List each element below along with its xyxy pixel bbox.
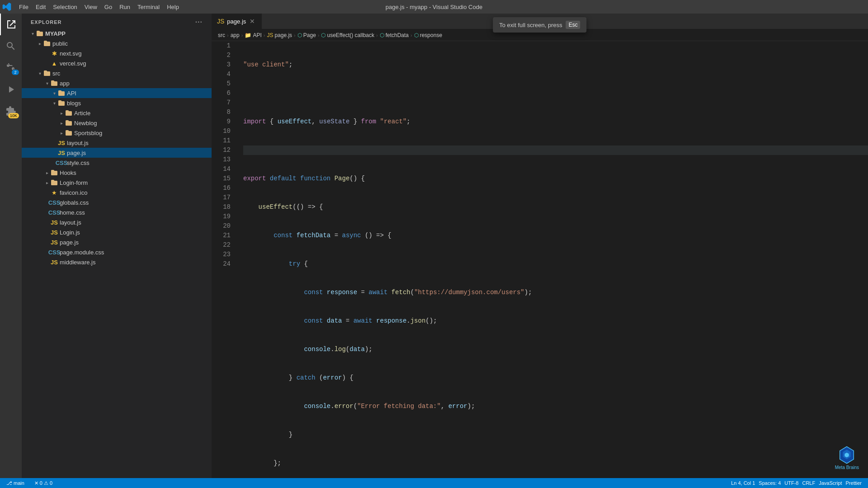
breadcrumb-pagejs[interactable]: JS page.js — [267, 32, 292, 38]
myapp-label: MYAPP — [45, 30, 66, 37]
tree-src[interactable]: ▾ src — [22, 68, 212, 78]
breadcrumb-useeffect[interactable]: ⬡ useEffect() callback — [321, 32, 374, 38]
tab-icon: JS — [217, 18, 224, 25]
vscode-logo — [0, 0, 14, 14]
code-line-2 — [243, 89, 868, 98]
tree-layout-js[interactable]: JS layout.js — [22, 138, 212, 148]
breadcrumb-response[interactable]: ⬡ response — [414, 32, 442, 38]
tab-label: page.js — [227, 18, 246, 25]
code-line-14: } — [243, 430, 868, 440]
tabs-container: JS page.js ✕ To exit full screen, press … — [212, 14, 868, 29]
app-label: app — [60, 80, 70, 87]
tree-sportsblog[interactable]: ▸ Sportsblog — [22, 128, 212, 138]
tree-middleware-js[interactable]: JS middleware.js — [22, 257, 212, 267]
position-label: Ln 4, Col 1 — [731, 480, 755, 486]
globals-css-label: globals.css — [60, 199, 89, 206]
api-label: API — [67, 90, 76, 97]
src-label: src — [52, 70, 60, 77]
blogs-label: blogs — [67, 100, 81, 107]
menu-terminal[interactable]: Terminal — [134, 0, 163, 14]
breadcrumb-page-fn[interactable]: ⬡ Page — [297, 32, 316, 38]
language-label: JavaScript — [819, 480, 842, 486]
tree-app[interactable]: ▾ app — [22, 78, 212, 88]
vercel-svg-label: vercel.svg — [60, 60, 86, 67]
branch-icon: ⎇ — [6, 480, 12, 486]
tree-login-form[interactable]: ▸ Login-form — [22, 178, 212, 188]
menu-file[interactable]: File — [15, 0, 32, 14]
menu-bar: File Edit Selection View Go Run Terminal… — [15, 0, 183, 14]
warning-count: 0 — [50, 480, 52, 486]
code-line-6: useEffect(() => { — [243, 202, 868, 212]
breadcrumb-src[interactable]: src — [218, 32, 225, 38]
menu-go[interactable]: Go — [101, 0, 116, 14]
tree-hooks[interactable]: ▸ Hooks — [22, 168, 212, 178]
menu-view[interactable]: View — [81, 0, 101, 14]
meta-brains-logo: Meta Brains — [835, 446, 859, 470]
tree-blogs[interactable]: ▾ blogs — [22, 98, 212, 108]
tree-layout-js-src[interactable]: JS layout.js — [22, 217, 212, 227]
menu-edit[interactable]: Edit — [32, 0, 49, 14]
breadcrumb-fetchdata[interactable]: ⬡ fetchData — [380, 32, 409, 38]
activity-search[interactable] — [0, 35, 22, 57]
tree-login-js[interactable]: JS Login.js — [22, 227, 212, 237]
status-encoding[interactable]: UTF-8 — [783, 480, 800, 486]
code-content[interactable]: "use client"; import { useEffect, useSta… — [234, 41, 868, 478]
notification-key: Esc — [566, 21, 580, 29]
extensions-badge: 10K — [8, 113, 19, 118]
tree-newblog[interactable]: ▸ Newblog — [22, 118, 212, 128]
notification-text: To exit full screen, press — [499, 22, 562, 28]
code-line-11: console.log(data); — [243, 345, 868, 354]
error-icon: ✕ — [34, 480, 38, 486]
tab-close-button[interactable]: ✕ — [249, 18, 256, 25]
tree-page-js[interactable]: JS page.js — [22, 148, 212, 158]
tree-home-css[interactable]: CSS home.css — [22, 207, 212, 217]
activity-explorer[interactable] — [0, 14, 22, 35]
newblog-label: Newblog — [74, 120, 97, 127]
breadcrumb-api[interactable]: 📁 API — [245, 32, 261, 38]
breadcrumb-app[interactable]: app — [231, 32, 240, 38]
status-eol[interactable]: CRLF — [800, 480, 817, 486]
tree-style-css[interactable]: CSS style.css — [22, 158, 212, 168]
tree-myapp[interactable]: ▾ MYAPP — [22, 28, 212, 38]
status-branch[interactable]: ⎇ main — [5, 478, 26, 488]
code-line-10: const data = await response.json(); — [243, 316, 868, 326]
login-js-label: Login.js — [60, 229, 80, 236]
warning-icon: ⚠ — [44, 480, 48, 486]
notification-popup: To exit full screen, press Esc — [493, 17, 586, 33]
tree-globals-css[interactable]: CSS globals.css — [22, 197, 212, 207]
page-js-label: page.js — [67, 150, 86, 156]
code-editor[interactable]: 1 2 3 4 5 6 7 8 9 10 11 12 13 14 15 16 1… — [212, 41, 868, 478]
tree-article[interactable]: ▸ Article — [22, 108, 212, 118]
status-position[interactable]: Ln 4, Col 1 — [729, 480, 757, 486]
status-formatter[interactable]: Prettier — [844, 480, 863, 486]
tree-page-js-src[interactable]: JS page.js — [22, 237, 212, 247]
sidebar-actions[interactable]: ··· — [195, 18, 203, 26]
sidebar: EXPLORER ··· ▾ MYAPP ▸ public — [22, 14, 212, 478]
tree-vercel-svg[interactable]: ▲ vercel.svg — [22, 58, 212, 68]
activity-run[interactable] — [0, 79, 22, 100]
status-language[interactable]: JavaScript — [817, 480, 844, 486]
tree-public[interactable]: ▸ public — [22, 38, 212, 48]
window-title: page.js - myapp - Visual Studio Code — [386, 4, 482, 10]
activity-source-control[interactable]: 2 — [0, 57, 22, 79]
status-right: Ln 4, Col 1 Spaces: 4 UTF-8 CRLF JavaScr… — [729, 480, 863, 486]
activity-extensions[interactable]: 10K — [0, 100, 22, 122]
tree-api[interactable]: ▾ API — [22, 88, 212, 98]
code-line-7: const fetchData = async () => { — [243, 231, 868, 240]
sportsblog-label: Sportsblog — [74, 130, 102, 136]
error-count: 0 — [40, 480, 42, 486]
status-bar: ⎇ main ✕ 0 ⚠ 0 Ln 4, Col 1 Spaces: 4 UTF… — [0, 478, 868, 488]
tab-page-js[interactable]: JS page.js ✕ — [212, 14, 262, 29]
tree-favicon[interactable]: ★ favicon.ico — [22, 188, 212, 197]
menu-run[interactable]: Run — [116, 0, 134, 14]
status-spaces[interactable]: Spaces: 4 — [757, 480, 783, 486]
activity-bar: 2 10K — [0, 14, 22, 478]
next-svg-label: next.svg — [60, 50, 81, 57]
tree-page-module-css[interactable]: CSS page.module.css — [22, 247, 212, 257]
code-line-4 — [243, 145, 868, 155]
tree-next-svg[interactable]: ✱ next.svg — [22, 48, 212, 58]
middleware-js-label: middleware.js — [60, 259, 95, 266]
menu-help[interactable]: Help — [163, 0, 183, 14]
menu-selection[interactable]: Selection — [49, 0, 80, 14]
status-errors[interactable]: ✕ 0 ⚠ 0 — [33, 478, 54, 488]
